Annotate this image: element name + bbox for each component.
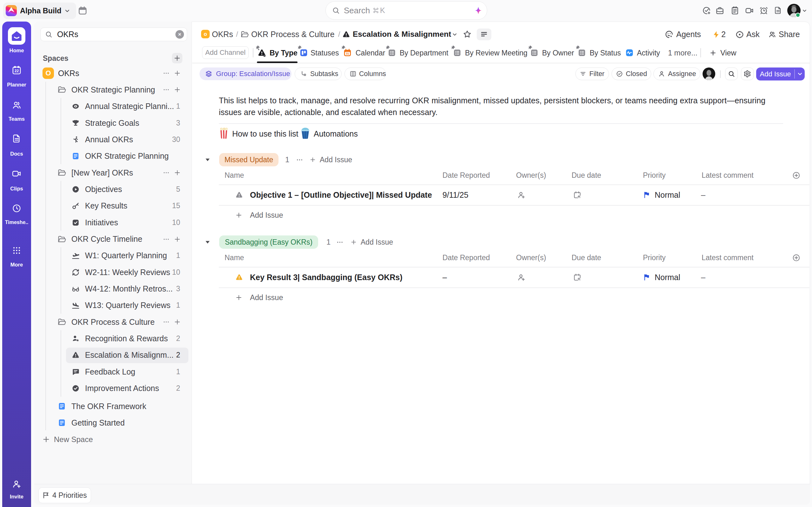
svg-text:31: 31 — [346, 52, 349, 55]
svg-text:22: 22 — [14, 69, 19, 73]
